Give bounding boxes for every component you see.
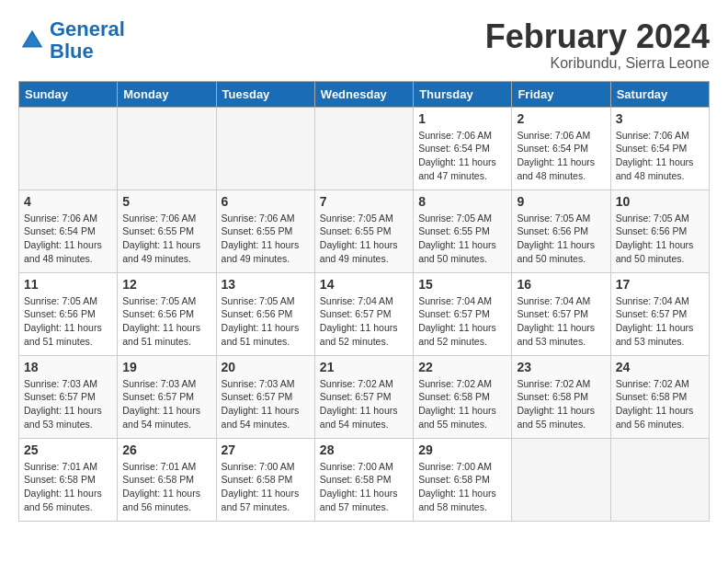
calendar-day-cell <box>314 107 413 190</box>
calendar-week-row: 25Sunrise: 7:01 AM Sunset: 6:58 PM Dayli… <box>19 438 710 521</box>
calendar-day-cell: 14Sunrise: 7:04 AM Sunset: 6:57 PM Dayli… <box>314 272 413 355</box>
month-year-title: February 2024 <box>485 18 710 55</box>
calendar-day-cell: 29Sunrise: 7:00 AM Sunset: 6:58 PM Dayli… <box>414 438 512 521</box>
day-number: 3 <box>616 111 704 126</box>
day-info: Sunrise: 7:00 AM Sunset: 6:58 PM Dayligh… <box>222 460 310 514</box>
calendar-day-cell: 7Sunrise: 7:05 AM Sunset: 6:55 PM Daylig… <box>314 190 413 272</box>
calendar-day-cell: 6Sunrise: 7:06 AM Sunset: 6:55 PM Daylig… <box>216 190 314 272</box>
calendar-day-cell: 9Sunrise: 7:05 AM Sunset: 6:56 PM Daylig… <box>512 190 610 272</box>
calendar-table: SundayMondayTuesdayWednesdayThursdayFrid… <box>18 81 710 522</box>
calendar-day-cell <box>118 107 216 190</box>
weekday-header: Monday <box>118 81 216 107</box>
page-header: General Blue February 2024 Koribundu, Si… <box>18 18 710 72</box>
day-info: Sunrise: 7:02 AM Sunset: 6:58 PM Dayligh… <box>517 377 605 431</box>
day-info: Sunrise: 7:05 AM Sunset: 6:56 PM Dayligh… <box>122 294 210 349</box>
calendar-day-cell: 13Sunrise: 7:05 AM Sunset: 6:56 PM Dayli… <box>216 272 314 355</box>
calendar-week-row: 1Sunrise: 7:06 AM Sunset: 6:54 PM Daylig… <box>19 107 710 190</box>
calendar-day-cell: 20Sunrise: 7:03 AM Sunset: 6:57 PM Dayli… <box>216 355 314 438</box>
calendar-day-cell <box>512 438 610 521</box>
day-number: 26 <box>122 442 210 457</box>
calendar-day-cell: 21Sunrise: 7:02 AM Sunset: 6:57 PM Dayli… <box>314 355 413 438</box>
day-number: 12 <box>122 277 210 292</box>
calendar-day-cell: 3Sunrise: 7:06 AM Sunset: 6:54 PM Daylig… <box>610 107 709 190</box>
calendar-week-row: 11Sunrise: 7:05 AM Sunset: 6:56 PM Dayli… <box>19 272 710 355</box>
day-number: 4 <box>24 194 112 209</box>
calendar-day-cell <box>610 438 709 521</box>
day-info: Sunrise: 7:04 AM Sunset: 6:57 PM Dayligh… <box>418 294 506 349</box>
calendar-day-cell: 22Sunrise: 7:02 AM Sunset: 6:58 PM Dayli… <box>414 355 512 438</box>
day-number: 16 <box>517 277 605 292</box>
calendar-day-cell: 1Sunrise: 7:06 AM Sunset: 6:54 PM Daylig… <box>414 107 512 190</box>
logo: General Blue <box>18 18 125 63</box>
day-info: Sunrise: 7:05 AM Sunset: 6:56 PM Dayligh… <box>517 212 605 266</box>
day-info: Sunrise: 7:03 AM Sunset: 6:57 PM Dayligh… <box>122 377 210 431</box>
day-info: Sunrise: 7:03 AM Sunset: 6:57 PM Dayligh… <box>222 377 310 431</box>
day-info: Sunrise: 7:05 AM Sunset: 6:56 PM Dayligh… <box>24 294 112 349</box>
day-info: Sunrise: 7:06 AM Sunset: 6:55 PM Dayligh… <box>122 212 210 266</box>
day-number: 27 <box>222 442 310 457</box>
day-info: Sunrise: 7:04 AM Sunset: 6:57 PM Dayligh… <box>517 294 605 349</box>
calendar-day-cell: 27Sunrise: 7:00 AM Sunset: 6:58 PM Dayli… <box>216 438 314 521</box>
day-info: Sunrise: 7:06 AM Sunset: 6:54 PM Dayligh… <box>418 129 506 183</box>
day-number: 13 <box>222 277 310 292</box>
calendar-day-cell: 5Sunrise: 7:06 AM Sunset: 6:55 PM Daylig… <box>118 190 216 272</box>
logo-general: General <box>50 17 125 40</box>
weekday-header: Sunday <box>19 81 118 107</box>
day-number: 19 <box>122 360 210 374</box>
day-number: 25 <box>24 442 112 457</box>
calendar-week-row: 18Sunrise: 7:03 AM Sunset: 6:57 PM Dayli… <box>19 355 710 438</box>
day-number: 1 <box>418 111 506 126</box>
day-number: 8 <box>418 194 506 209</box>
calendar-day-cell: 17Sunrise: 7:04 AM Sunset: 6:57 PM Dayli… <box>610 272 709 355</box>
day-number: 22 <box>418 360 506 374</box>
day-number: 23 <box>517 360 605 374</box>
calendar-day-cell: 28Sunrise: 7:00 AM Sunset: 6:58 PM Dayli… <box>314 438 413 521</box>
day-info: Sunrise: 7:02 AM Sunset: 6:58 PM Dayligh… <box>616 377 704 431</box>
calendar-day-cell: 25Sunrise: 7:01 AM Sunset: 6:58 PM Dayli… <box>19 438 118 521</box>
day-info: Sunrise: 7:00 AM Sunset: 6:58 PM Dayligh… <box>418 460 506 514</box>
calendar-day-cell <box>216 107 314 190</box>
calendar-day-cell: 23Sunrise: 7:02 AM Sunset: 6:58 PM Dayli… <box>512 355 610 438</box>
calendar-day-cell: 24Sunrise: 7:02 AM Sunset: 6:58 PM Dayli… <box>610 355 709 438</box>
calendar-day-cell: 12Sunrise: 7:05 AM Sunset: 6:56 PM Dayli… <box>118 272 216 355</box>
day-info: Sunrise: 7:03 AM Sunset: 6:57 PM Dayligh… <box>24 377 112 431</box>
calendar-day-cell: 10Sunrise: 7:05 AM Sunset: 6:56 PM Dayli… <box>610 190 709 272</box>
day-info: Sunrise: 7:06 AM Sunset: 6:55 PM Dayligh… <box>222 212 310 266</box>
day-number: 18 <box>24 360 112 374</box>
day-number: 28 <box>320 442 408 457</box>
day-info: Sunrise: 7:00 AM Sunset: 6:58 PM Dayligh… <box>320 460 408 514</box>
day-number: 17 <box>616 277 704 292</box>
calendar-week-row: 4Sunrise: 7:06 AM Sunset: 6:54 PM Daylig… <box>19 190 710 272</box>
logo-icon <box>18 27 46 54</box>
day-number: 14 <box>320 277 408 292</box>
day-number: 7 <box>320 194 408 209</box>
day-number: 24 <box>616 360 704 374</box>
day-info: Sunrise: 7:06 AM Sunset: 6:54 PM Dayligh… <box>616 129 704 183</box>
calendar-day-cell: 11Sunrise: 7:05 AM Sunset: 6:56 PM Dayli… <box>19 272 118 355</box>
weekday-header: Saturday <box>610 81 709 107</box>
day-info: Sunrise: 7:06 AM Sunset: 6:54 PM Dayligh… <box>517 129 605 183</box>
calendar-day-cell: 8Sunrise: 7:05 AM Sunset: 6:55 PM Daylig… <box>414 190 512 272</box>
calendar-day-cell: 26Sunrise: 7:01 AM Sunset: 6:58 PM Dayli… <box>118 438 216 521</box>
logo-text: General Blue <box>50 18 125 63</box>
day-number: 6 <box>222 194 310 209</box>
day-number: 9 <box>517 194 605 209</box>
day-number: 21 <box>320 360 408 374</box>
day-number: 11 <box>24 277 112 292</box>
day-info: Sunrise: 7:05 AM Sunset: 6:55 PM Dayligh… <box>320 212 408 266</box>
weekday-header: Wednesday <box>314 81 413 107</box>
calendar-day-cell: 4Sunrise: 7:06 AM Sunset: 6:54 PM Daylig… <box>19 190 118 272</box>
day-info: Sunrise: 7:05 AM Sunset: 6:56 PM Dayligh… <box>222 294 310 349</box>
calendar-day-cell: 19Sunrise: 7:03 AM Sunset: 6:57 PM Dayli… <box>118 355 216 438</box>
weekday-header: Tuesday <box>216 81 314 107</box>
day-info: Sunrise: 7:01 AM Sunset: 6:58 PM Dayligh… <box>122 460 210 514</box>
day-info: Sunrise: 7:02 AM Sunset: 6:57 PM Dayligh… <box>320 377 408 431</box>
day-info: Sunrise: 7:05 AM Sunset: 6:56 PM Dayligh… <box>616 212 704 266</box>
weekday-header-row: SundayMondayTuesdayWednesdayThursdayFrid… <box>19 81 710 107</box>
logo-blue: Blue <box>50 40 94 63</box>
calendar-day-cell <box>19 107 118 190</box>
day-number: 20 <box>222 360 310 374</box>
title-section: February 2024 Koribundu, Sierra Leone <box>485 18 710 72</box>
calendar-day-cell: 16Sunrise: 7:04 AM Sunset: 6:57 PM Dayli… <box>512 272 610 355</box>
day-number: 29 <box>418 442 506 457</box>
